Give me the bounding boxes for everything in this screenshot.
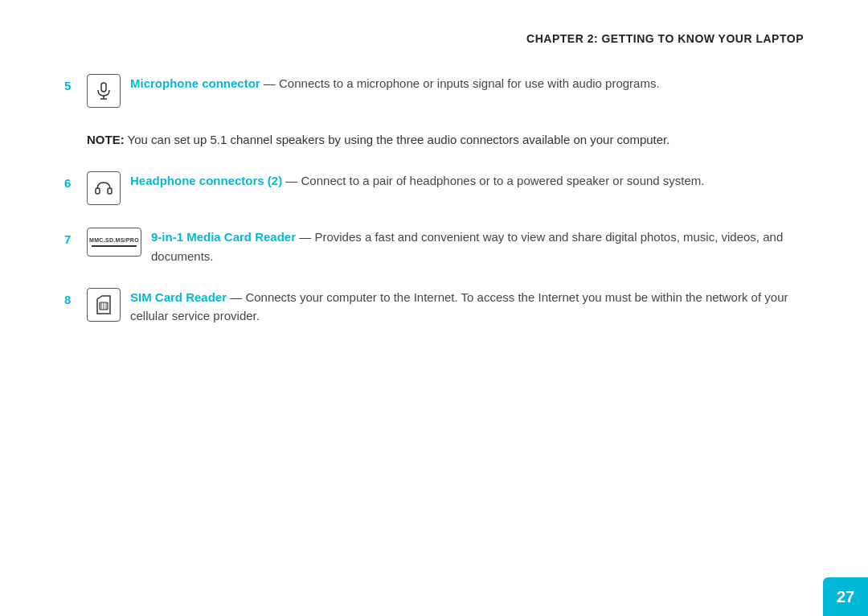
item-5-desc: — Connects to a microphone or inputs sig… [260,76,660,90]
microphone-icon [87,74,121,108]
card-label: MMC.SD.MS/PRO [89,237,139,243]
item-8-desc: — Connects your computer to the Internet… [130,290,788,322]
item-8-number: 8 [64,288,87,306]
item-6-label: Headphone connectors (2) [130,174,282,187]
item-8-row: 8 SIM Card Reader — Connects your comput… [64,288,804,326]
note-text: You can set up 5.1 channel speakers by u… [125,133,670,146]
item-7-row: 7 MMC.SD.MS/PRO 9-in-1 Media Card Reader… [64,228,804,265]
item-8-label: SIM Card Reader [130,290,227,304]
item-8-text: SIM Card Reader — Connects your computer… [130,288,804,326]
item-5-text: Microphone connector — Connects to a mic… [130,74,804,92]
svg-rect-4 [108,188,112,194]
item-6-desc: — Connect to a pair of headphones or to … [282,174,704,187]
item-6-text: Headphone connectors (2) — Connect to a … [130,171,804,190]
item-5-row: 5 Microphone connector — Connects to a m… [64,74,804,108]
note-prefix: NOTE: [87,133,125,146]
svg-rect-3 [96,188,100,194]
sim-card-icon [87,288,121,322]
note-block: NOTE: You can set up 5.1 channel speaker… [87,130,804,149]
item-7-text: 9-in-1 Media Card Reader — Provides a fa… [151,228,804,265]
item-6-number: 6 [64,171,87,190]
page-number-badge: 27 [823,577,868,616]
item-7-number: 7 [64,228,87,246]
card-reader-icon: MMC.SD.MS/PRO [87,228,141,257]
chapter-heading: CHAPTER 2: GETTING TO KNOW YOUR LAPTOP [64,32,804,45]
page-content: CHAPTER 2: GETTING TO KNOW YOUR LAPTOP 5… [0,0,868,380]
svg-rect-0 [101,83,106,92]
headphone-icon [87,171,121,205]
item-5-number: 5 [64,74,87,92]
item-7-label: 9-in-1 Media Card Reader [151,230,296,244]
item-6-row: 6 Headphone connectors (2) — Connect to … [64,171,804,205]
item-5-label: Microphone connector [130,76,260,90]
